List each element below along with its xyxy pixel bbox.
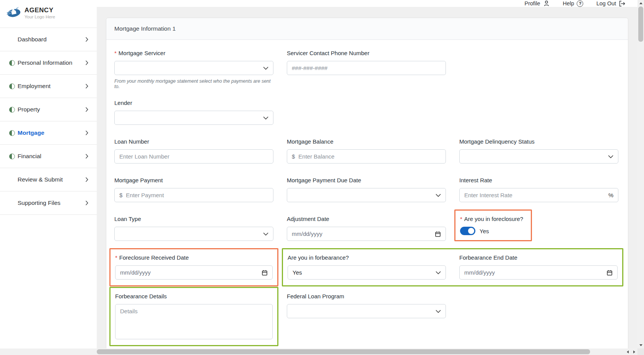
app-window: AGENCY Your Logo Here Dashboard Personal… bbox=[0, 0, 637, 355]
field-federal-loan-program: Federal Loan Program bbox=[287, 292, 446, 339]
loan-type-select[interactable] bbox=[114, 227, 273, 241]
foreclosure-received-date-label: * Foreclosure Received Date bbox=[115, 254, 273, 262]
field-loan-type: Loan Type bbox=[114, 215, 273, 241]
foreclosure-toggle[interactable] bbox=[460, 227, 475, 235]
federal-loan-program-select[interactable] bbox=[287, 304, 446, 318]
logo: AGENCY Your Logo Here bbox=[0, 0, 97, 25]
chevron-down-icon bbox=[436, 271, 441, 274]
scroll-down-button[interactable] bbox=[637, 342, 644, 348]
sidebar-item-property[interactable]: Property bbox=[0, 98, 97, 121]
forbearance-value: Yes bbox=[293, 269, 436, 276]
chevron-right-icon bbox=[85, 107, 88, 112]
foreclosure-date-highlight-box: * Foreclosure Received Date mm/dd/yyyy bbox=[109, 248, 278, 286]
field-adjustment-date: Adjustment Date mm/dd/yyyy bbox=[287, 215, 446, 241]
forbearance-end-date-label: Forbearance End Date bbox=[459, 254, 618, 262]
help-label: Help bbox=[563, 0, 574, 7]
adjustment-date-input[interactable]: mm/dd/yyyy bbox=[287, 227, 446, 241]
servicer-phone-label: Servicer Contact Phone Number bbox=[287, 49, 446, 57]
delinquency-status-select[interactable] bbox=[459, 149, 618, 164]
sidebar-item-mortgage[interactable]: Mortgage bbox=[0, 121, 97, 145]
interest-rate-input[interactable] bbox=[464, 192, 605, 198]
forbearance-highlight-box: Are you in forbearance? Yes Forbearance … bbox=[282, 248, 623, 286]
foreclosure-received-date-input[interactable]: mm/dd/yyyy bbox=[115, 265, 273, 280]
sidebar-item-label: Property bbox=[18, 106, 40, 113]
profile-label: Profile bbox=[524, 0, 540, 7]
scroll-left-button[interactable] bbox=[624, 348, 631, 355]
mortgage-balance-input[interactable] bbox=[298, 153, 441, 160]
mortgage-payment-label: Mortgage Payment bbox=[114, 176, 273, 184]
forbearance-end-date-input[interactable]: mm/dd/yyyy bbox=[459, 265, 618, 280]
lender-select[interactable] bbox=[114, 111, 273, 125]
panel-header: Mortgage Information 1 bbox=[106, 18, 628, 40]
chevron-down-icon bbox=[608, 155, 613, 158]
progress-half-icon bbox=[9, 130, 15, 136]
percent-suffix: % bbox=[608, 192, 613, 198]
scrollbar-corner bbox=[637, 348, 644, 355]
field-mortgage-balance: Mortgage Balance $ bbox=[287, 137, 446, 164]
help-icon: ? bbox=[577, 0, 583, 7]
field-servicer-phone: Servicer Contact Phone Number bbox=[287, 49, 446, 89]
scroll-up-icon bbox=[639, 2, 642, 4]
chevron-right-icon bbox=[85, 130, 88, 136]
topbar: Profile Help ? Log Out bbox=[97, 0, 637, 7]
servicer-phone-input[interactable] bbox=[292, 65, 441, 71]
logo-title: AGENCY bbox=[24, 7, 55, 14]
chevron-right-icon bbox=[85, 60, 88, 65]
vertical-scroll-thumb[interactable] bbox=[638, 7, 643, 42]
sidebar-item-personal-information[interactable]: Personal Information bbox=[0, 51, 97, 75]
profile-button[interactable]: Profile bbox=[524, 0, 550, 7]
sidebar-item-supporting-files[interactable]: Supporting Files bbox=[0, 191, 97, 215]
required-asterisk: * bbox=[114, 49, 117, 57]
progress-half-icon bbox=[9, 154, 15, 159]
adjustment-date-label: Adjustment Date bbox=[287, 215, 446, 223]
field-mortgage-payment: Mortgage Payment $ bbox=[114, 176, 273, 202]
logout-label: Log Out bbox=[596, 0, 616, 7]
foreclosure-highlight-box: * Are you in foreclosure? Yes bbox=[454, 209, 532, 241]
person-icon bbox=[543, 0, 550, 7]
scroll-right-icon bbox=[633, 350, 635, 353]
loan-number-label: Loan Number bbox=[114, 137, 273, 146]
toggle-knob bbox=[468, 228, 474, 234]
help-button[interactable]: Help ? bbox=[563, 0, 584, 7]
scroll-down-icon bbox=[639, 344, 642, 346]
date-placeholder: mm/dd/yyyy bbox=[120, 269, 151, 276]
progress-half-icon bbox=[9, 83, 15, 89]
sidebar-nav: Dashboard Personal Information Employmen… bbox=[0, 28, 97, 215]
logout-button[interactable]: Log Out bbox=[596, 0, 626, 7]
progress-half-icon bbox=[9, 60, 15, 66]
delinquency-status-label: Mortgage Delinquency Status bbox=[459, 137, 618, 146]
chevron-down-icon bbox=[263, 232, 268, 236]
forbearance-select[interactable]: Yes bbox=[288, 265, 446, 280]
logo-text: AGENCY Your Logo Here bbox=[24, 5, 55, 19]
field-interest-rate: Interest Rate % bbox=[459, 176, 618, 202]
chevron-right-icon bbox=[85, 37, 88, 42]
dollar-prefix: $ bbox=[292, 153, 295, 160]
field-mortgage-servicer: * Mortgage Servicer From your monthly mo… bbox=[114, 49, 273, 89]
loan-number-input[interactable] bbox=[119, 153, 268, 160]
dollar-prefix: $ bbox=[119, 192, 122, 198]
scroll-left-icon bbox=[627, 350, 629, 353]
foreclosure-label: * Are you in foreclosure? bbox=[460, 215, 523, 223]
scroll-right-button[interactable] bbox=[631, 348, 637, 355]
field-forbearance-end-date: Forbearance End Date mm/dd/yyyy bbox=[459, 254, 618, 280]
loan-type-label: Loan Type bbox=[114, 215, 273, 223]
mortgage-servicer-select[interactable] bbox=[114, 61, 273, 75]
sidebar-item-financial[interactable]: Financial bbox=[0, 145, 97, 168]
chevron-right-icon bbox=[85, 154, 88, 159]
mortgage-payment-input[interactable] bbox=[126, 192, 268, 198]
calendar-icon bbox=[262, 270, 268, 276]
sidebar-item-review-submit[interactable]: Review & Submit bbox=[0, 168, 97, 191]
scroll-up-button[interactable] bbox=[637, 0, 644, 7]
horizontal-scroll-thumb[interactable] bbox=[97, 349, 590, 354]
mortgage-payment-box: $ bbox=[114, 188, 273, 202]
chevron-right-icon bbox=[85, 200, 88, 206]
mortgage-servicer-help: From your monthly mortgage statement sel… bbox=[114, 79, 273, 89]
sidebar-item-dashboard[interactable]: Dashboard bbox=[0, 28, 97, 51]
mortgage-balance-label: Mortgage Balance bbox=[287, 137, 446, 146]
vertical-scrollbar[interactable] bbox=[637, 0, 644, 355]
horizontal-scrollbar[interactable] bbox=[0, 348, 637, 355]
payment-due-date-select[interactable] bbox=[287, 188, 446, 202]
forbearance-details-textarea[interactable] bbox=[115, 304, 273, 339]
sidebar-item-label: Employment bbox=[18, 83, 50, 90]
sidebar-item-employment[interactable]: Employment bbox=[0, 75, 97, 98]
